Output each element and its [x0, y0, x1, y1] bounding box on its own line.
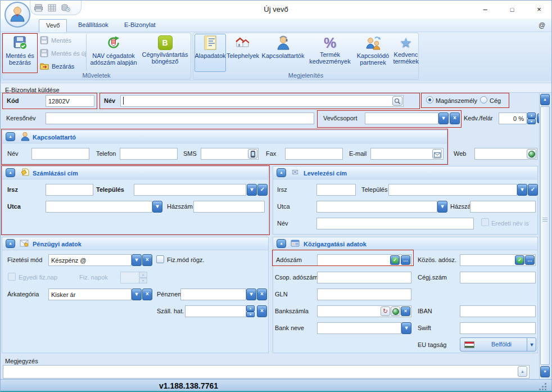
- eredeti-nev-checkbox[interactable]: [481, 218, 489, 226]
- maximize-button[interactable]: □: [503, 3, 522, 16]
- green-check-icon: ✓: [392, 257, 399, 264]
- tab-ebizonylat[interactable]: E-Bizonylat: [117, 19, 162, 32]
- arkategoria-input[interactable]: [48, 289, 132, 300]
- bankszamla-refresh-button[interactable]: ↻: [381, 307, 390, 316]
- scrollbar-down-button[interactable]: ▼: [540, 366, 550, 377]
- tab-vevo[interactable]: Vevő: [39, 19, 67, 32]
- megjegyzes-textarea[interactable]: [3, 365, 530, 379]
- bankszamla-globe-button[interactable]: [391, 307, 400, 316]
- contact-fax-input[interactable]: [285, 148, 343, 160]
- eu-tagsag-dropdown[interactable]: Belföldi ▾: [460, 337, 536, 352]
- sms-phone-button[interactable]: [248, 149, 257, 159]
- adoszam-more-button[interactable]: …: [401, 255, 410, 265]
- vevocsoport-input[interactable]: [365, 112, 438, 124]
- close-button[interactable]: Bezárás: [40, 60, 85, 73]
- ceg-radio[interactable]: [480, 96, 487, 103]
- bank-neve-input[interactable]: [317, 322, 401, 334]
- close-window-button[interactable]: ×: [530, 3, 549, 16]
- mailing-telepules-input[interactable]: [388, 184, 517, 196]
- mailing-hazszam-input[interactable]: [470, 201, 536, 213]
- billing-irsz-input[interactable]: [46, 184, 93, 196]
- fizetesi-mod-dropdown-button[interactable]: ▾: [132, 254, 142, 266]
- szall-hat-clear-button[interactable]: ×: [257, 305, 267, 317]
- kedv-felar-spinner[interactable]: ▴▾: [527, 112, 536, 124]
- save-button[interactable]: Mentés: [40, 34, 85, 47]
- fizetesi-mod-input[interactable]: [48, 254, 132, 266]
- email-envelope-button[interactable]: [432, 149, 442, 159]
- billing-hazszam-input[interactable]: [193, 201, 265, 213]
- mailing-utca-input[interactable]: [316, 201, 437, 213]
- gln-input[interactable]: [317, 289, 411, 300]
- billing-utca-input[interactable]: [46, 201, 152, 213]
- application-window: Új vevő – □ × Vevő Beállítások E-Bizonyl…: [0, 0, 552, 392]
- egyedi-fiznap-checkbox[interactable]: [8, 273, 16, 281]
- mailing-nev-input[interactable]: [316, 218, 474, 229]
- megjegyzes-scroll-up-button[interactable]: ▴: [518, 366, 527, 377]
- billing-telepules-check-button[interactable]: ✓: [257, 184, 268, 196]
- print-icon[interactable]: [34, 4, 43, 14]
- szall-hat-input[interactable]: [185, 305, 246, 317]
- keresonev-input[interactable]: [46, 112, 314, 124]
- kozos-adosz-validate-button[interactable]: ✓: [515, 255, 524, 265]
- kozigazgatasi-collapse-button[interactable]: ▴: [277, 239, 286, 248]
- view-kapcsolodo-partnerek-button[interactable]: Kapcsolódó partnerek: [354, 34, 392, 72]
- tab-beallitasok[interactable]: Beállítások: [71, 19, 115, 32]
- adoszam-validate-button[interactable]: ✓: [390, 255, 400, 265]
- view-alapadatok-button[interactable]: Alapadatok: [194, 34, 226, 72]
- grid-icon[interactable]: [48, 4, 56, 14]
- view-kedvenc-termekek-button[interactable]: ★ Kedvenc termékek: [393, 34, 418, 72]
- view-termek-kedvezmenyek-button[interactable]: % Termék kedvezmények: [307, 34, 352, 72]
- fizetesi-mod-clear-button[interactable]: ×: [142, 254, 152, 266]
- contact-telefon-input[interactable]: [120, 148, 178, 160]
- penznem-dropdown-button[interactable]: ▾: [246, 289, 256, 300]
- app-menu-avatar-button[interactable]: [4, 2, 30, 28]
- kod-input[interactable]: [46, 95, 94, 107]
- iban-input[interactable]: [460, 305, 536, 317]
- fizmod-rogz-checkbox[interactable]: [156, 255, 164, 263]
- kozos-adosz-more-button[interactable]: …: [525, 255, 535, 265]
- fiz-napok-spinner[interactable]: ▴▾: [139, 272, 147, 283]
- nev-search-button[interactable]: [392, 96, 402, 106]
- maganszemely-radio[interactable]: [426, 96, 433, 103]
- mailing-irsz-input[interactable]: [316, 184, 356, 196]
- kapcsolattarto-collapse-button[interactable]: ▴: [6, 132, 15, 141]
- szamlazasi-collapse-button[interactable]: ▴: [6, 168, 15, 177]
- resize-grip[interactable]: [539, 389, 541, 390]
- web-globe-button[interactable]: [527, 149, 536, 159]
- penznem-clear-button[interactable]: ×: [257, 289, 267, 300]
- save-and-new-button[interactable]: Mentés és új: [40, 47, 85, 60]
- mailing-telepules-check-button[interactable]: ✓: [528, 184, 538, 196]
- minimize-button[interactable]: –: [476, 3, 495, 16]
- bank-neve-dropdown-button[interactable]: ▾: [401, 322, 411, 334]
- penznem-input[interactable]: [180, 289, 246, 300]
- nav-company-data-button[interactable]: NAV cégadatok adószám alapján: [88, 34, 139, 72]
- eu-tagsag-value: Belföldi: [477, 341, 526, 348]
- scrollbar-thumb[interactable]: [540, 106, 550, 365]
- szall-hat-spinner[interactable]: ▴▾: [246, 305, 255, 317]
- contact-nev-input[interactable]: [31, 148, 89, 160]
- billing-utca-dropdown-button[interactable]: ▾: [152, 201, 162, 213]
- arkategoria-clear-button[interactable]: ×: [142, 289, 152, 300]
- vevocsoport-dropdown-button[interactable]: ▾: [438, 112, 449, 124]
- billing-telepules-input[interactable]: [134, 184, 246, 196]
- mailing-utca-dropdown-button[interactable]: ▾: [437, 201, 447, 213]
- save-and-close-button[interactable]: Mentés és bezárás: [3, 34, 37, 72]
- csop-adoszam-input[interactable]: [317, 272, 411, 283]
- swift-input[interactable]: [460, 322, 536, 334]
- view-telephelyek-button[interactable]: Telephelyek: [227, 34, 259, 72]
- scrollbar-up-button[interactable]: ▲: [540, 94, 550, 105]
- billing-telepules-dropdown-button[interactable]: ▾: [247, 184, 257, 196]
- penzugyi-collapse-button[interactable]: ▴: [6, 239, 15, 248]
- company-registry-browser-button[interactable]: B Cégnyilvántartás böngésző: [140, 34, 190, 72]
- mailing-telepules-dropdown-button[interactable]: ▾: [517, 184, 527, 196]
- arkategoria-dropdown-button[interactable]: ▾: [132, 289, 142, 300]
- levelezesi-collapse-button[interactable]: ▴: [277, 168, 286, 177]
- bankszamla-clear-button[interactable]: ×: [401, 307, 410, 316]
- kedv-felar-input[interactable]: [499, 112, 527, 124]
- database-clock-icon[interactable]: [61, 4, 70, 14]
- nev-input[interactable]: [120, 95, 404, 107]
- vevocsoport-clear-button[interactable]: ×: [450, 112, 460, 124]
- view-kapcsolattartok-button[interactable]: Kapcsolattartók: [260, 34, 306, 72]
- cegj-szam-input[interactable]: [460, 272, 536, 283]
- ebizonylat-kuldese-header[interactable]: E-Bizonylat küldése: [1, 83, 552, 93]
